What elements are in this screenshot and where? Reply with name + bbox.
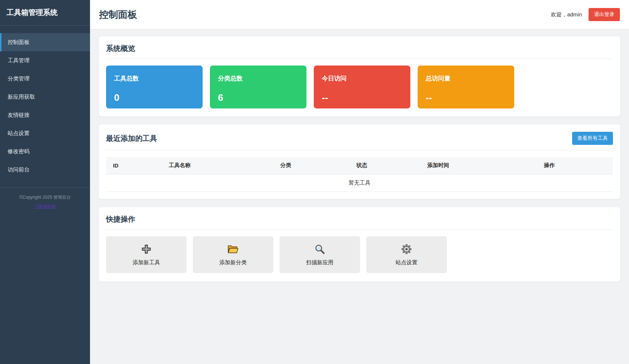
quick-actions-title: 快捷操作 xyxy=(106,214,135,224)
sidebar-footer: ©Copyright 2025 管理后台 刀客源码网 xyxy=(0,187,90,210)
gear-icon xyxy=(401,244,412,255)
plus-icon xyxy=(141,244,152,255)
system-overview-header: 系统概览 xyxy=(106,44,613,59)
column-header-category: 分类 xyxy=(273,157,349,174)
table-header-row: ID 工具名称 分类 状态 添加时间 操作 xyxy=(106,157,613,174)
column-header-status: 状态 xyxy=(349,157,421,174)
column-header-operations: 操作 xyxy=(537,157,613,174)
main-area: 控制面板 欢迎，admin 退出登录 系统概览 工具总数 0 分类总数 6 xyxy=(90,0,629,364)
footer-link[interactable]: 刀客源码网 xyxy=(34,203,56,210)
column-header-tool-name: 工具名称 xyxy=(162,157,273,174)
actions-row: 添加新工具 添加新分类 xyxy=(106,236,613,273)
stats-row: 工具总数 0 分类总数 6 今日访问 -- 总访问量 -- xyxy=(106,66,613,108)
recent-tools-title: 最近添加的工具 xyxy=(106,134,157,143)
column-header-id: ID xyxy=(106,157,162,174)
stat-value: -- xyxy=(426,92,506,103)
stat-card-total-tools: 工具总数 0 xyxy=(106,66,203,108)
sidebar-item-tool-management[interactable]: 工具管理 xyxy=(0,51,90,70)
app-title: 工具箱管理系统 xyxy=(0,0,90,25)
sidebar-item-site-settings[interactable]: 站点设置 xyxy=(0,124,90,142)
quick-actions-header: 快捷操作 xyxy=(106,214,613,230)
sidebar: 工具箱管理系统 控制面板 工具管理 分类管理 新应用获取 友情链接 站点设置 修… xyxy=(0,0,90,364)
stat-card-today-visits: 今日访问 -- xyxy=(314,66,410,108)
sidebar-item-new-app-fetch[interactable]: 新应用获取 xyxy=(0,88,90,106)
sidebar-item-friend-links[interactable]: 友情链接 xyxy=(0,106,90,124)
sidebar-item-category-management[interactable]: 分类管理 xyxy=(0,70,90,88)
system-overview-card: 系统概览 工具总数 0 分类总数 6 今日访问 -- 总访问量 -- xyxy=(99,36,620,116)
copyright-text: ©Copyright 2025 管理后台 xyxy=(0,194,90,201)
view-all-tools-button[interactable]: 查看所有工具 xyxy=(572,132,613,145)
scan-new-apps-button[interactable]: 扫描新应用 xyxy=(280,236,360,273)
content: 系统概览 工具总数 0 分类总数 6 今日访问 -- 总访问量 -- xyxy=(90,29,629,297)
sidebar-item-change-password[interactable]: 修改密码 xyxy=(0,142,90,161)
sidebar-item-visit-frontend[interactable]: 访问前台 xyxy=(0,161,90,179)
page-title: 控制面板 xyxy=(99,8,137,21)
add-new-tool-button[interactable]: 添加新工具 xyxy=(106,236,187,273)
topbar-right: 欢迎，admin 退出登录 xyxy=(551,8,620,21)
folder-icon xyxy=(227,244,239,255)
stat-value: -- xyxy=(322,92,402,103)
sidebar-nav: 控制面板 工具管理 分类管理 新应用获取 友情链接 站点设置 修改密码 访问前台 xyxy=(0,25,90,179)
stat-value: 6 xyxy=(218,92,298,103)
topbar: 控制面板 欢迎，admin 退出登录 xyxy=(90,0,629,29)
stat-card-total-categories: 分类总数 6 xyxy=(210,66,306,108)
welcome-text: 欢迎，admin xyxy=(551,11,582,18)
site-settings-button[interactable]: 站点设置 xyxy=(366,236,447,273)
recent-tools-card: 最近添加的工具 查看所有工具 ID 工具名称 分类 状态 添加时间 操作 xyxy=(99,124,620,199)
recent-tools-header: 最近添加的工具 查看所有工具 xyxy=(106,132,613,150)
stat-label: 分类总数 xyxy=(218,74,298,83)
add-new-category-button[interactable]: 添加新分类 xyxy=(193,236,273,273)
empty-state-text: 暂无工具 xyxy=(106,174,613,192)
stat-label: 总访问量 xyxy=(426,74,506,83)
stat-value: 0 xyxy=(114,92,195,103)
stat-label: 今日访问 xyxy=(322,74,402,83)
stat-label: 工具总数 xyxy=(114,74,195,83)
recent-tools-table: ID 工具名称 分类 状态 添加时间 操作 暂无工具 xyxy=(106,157,613,192)
search-icon xyxy=(314,244,325,255)
stat-card-total-visits: 总访问量 -- xyxy=(418,66,514,108)
column-header-added-time: 添加时间 xyxy=(420,157,537,174)
sidebar-item-dashboard[interactable]: 控制面板 xyxy=(0,33,90,51)
system-overview-title: 系统概览 xyxy=(106,44,135,54)
empty-state-row: 暂无工具 xyxy=(106,174,613,192)
logout-button[interactable]: 退出登录 xyxy=(589,8,620,21)
quick-actions-card: 快捷操作 添加新工具 xyxy=(99,207,620,282)
